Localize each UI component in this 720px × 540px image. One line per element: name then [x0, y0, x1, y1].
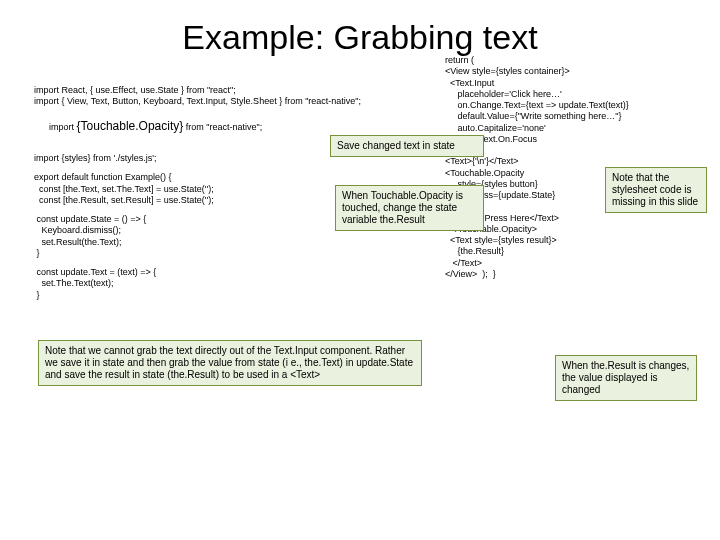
- code-line: import { View, Text, Button, Keyboard, T…: [34, 96, 384, 107]
- code-line: set.The.Text(text);: [34, 278, 384, 289]
- code-line: const update.Text = (text) => {: [34, 267, 384, 278]
- code-line: }: [34, 248, 384, 259]
- code-line: <Text.Input: [445, 78, 680, 89]
- code-line: import React, { use.Effect, use.State } …: [34, 85, 384, 96]
- code-line: const [the.Result, set.Result] = use.Sta…: [34, 195, 384, 206]
- code-text: import: [49, 122, 77, 132]
- code-line: const [the.Text, set.The.Text] = use.Sta…: [34, 184, 384, 195]
- callout-save-text: Save changed text in state: [330, 135, 484, 157]
- code-line: export default function Example() {: [34, 172, 384, 183]
- callout-bottom-note: Note that we cannot grab the text direct…: [38, 340, 422, 386]
- code-line: set.Result(the.Text);: [34, 237, 384, 248]
- callout-stylesheet-note: Note that the stylesheet code is missing…: [605, 167, 707, 213]
- code-line: }: [34, 290, 384, 301]
- code-line: const update.State = () => {: [34, 214, 384, 225]
- code-line: {the.Result}: [445, 246, 680, 257]
- left-code-column: import React, { use.Effect, use.State } …: [34, 85, 384, 301]
- callout-result-note: When the.Result is changes, the value di…: [555, 355, 697, 401]
- code-text-large: {Touchable.Opacity}: [77, 119, 184, 133]
- slide-title: Example: Grabbing text: [0, 18, 720, 57]
- code-line: on.Change.Text={text => update.Text(text…: [445, 100, 680, 111]
- code-line: return (: [445, 55, 680, 66]
- code-line: </View> ); }: [445, 269, 680, 280]
- code-line: <View style={styles container}>: [445, 66, 680, 77]
- code-line: <Text style={styles result}>: [445, 235, 680, 246]
- code-text: from "react-native";: [183, 122, 262, 132]
- code-line: </Text>: [445, 258, 680, 269]
- code-line: Keyboard.dismiss();: [34, 225, 384, 236]
- code-line: <Text>{'\n'}</Text>: [445, 156, 680, 167]
- code-line: default.Value={"Write something here…"}: [445, 111, 680, 122]
- code-line: auto.Capitalize='none': [445, 123, 680, 134]
- callout-touchable: When Touchable.Opacity is touched, chang…: [335, 185, 484, 231]
- code-line: placeholder='Click here…': [445, 89, 680, 100]
